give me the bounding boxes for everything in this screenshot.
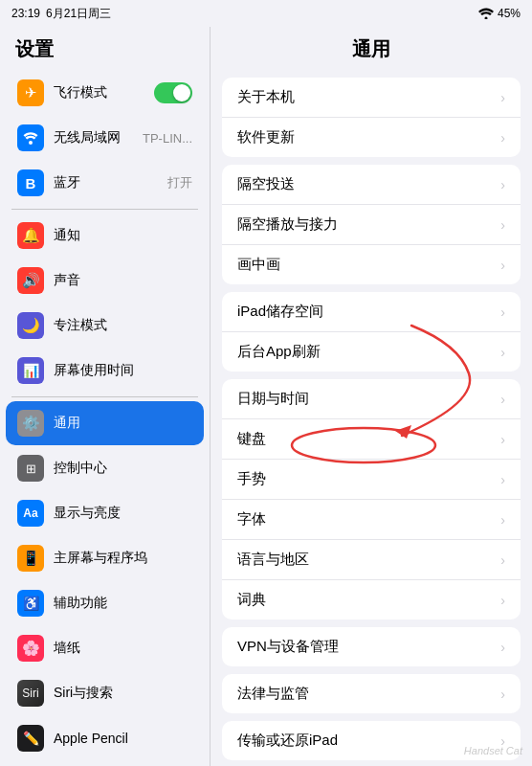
content-item-apprefresh[interactable]: 后台App刷新 ›: [222, 332, 521, 372]
siri-icon: Siri: [17, 680, 44, 707]
about-chevron: ›: [500, 90, 505, 105]
wifi-label: 无线局域网: [54, 129, 133, 146]
status-left: 23:19 6月21日周三: [11, 6, 111, 22]
content-group-about: 关于本机 › 软件更新 ›: [222, 78, 521, 157]
screentime-icon: 📊: [17, 357, 44, 384]
applepencil-icon: ✏️: [17, 725, 44, 752]
wifi-value: TP-LIN...: [143, 131, 192, 146]
sidebar-title: 设置: [0, 27, 210, 70]
sidebar-item-focus[interactable]: 🌙 专注模式: [6, 304, 204, 348]
status-date: 6月21日周三: [46, 6, 111, 22]
sidebar-item-controlcenter[interactable]: ⊞ 控制中心: [6, 446, 204, 490]
accessibility-icon: ♿: [17, 590, 44, 617]
content-item-keyboard[interactable]: 键盘 ›: [222, 419, 521, 460]
keyboard-chevron: ›: [500, 432, 505, 447]
sidebar-item-accessibility[interactable]: ♿ 辅助功能: [6, 581, 204, 625]
status-time: 23:19: [11, 7, 40, 20]
content-group-airdrop: 隔空投送 › 隔空播放与接力 › 画中画 ›: [222, 165, 521, 284]
battery-status: 45%: [498, 7, 521, 20]
pip-label: 画中画: [237, 256, 493, 274]
sidebar-item-bluetooth[interactable]: B 蓝牙 打开: [6, 161, 204, 205]
content-item-pip[interactable]: 画中画 ›: [222, 245, 521, 284]
pip-chevron: ›: [500, 258, 505, 273]
applepencil-label: Apple Pencil: [54, 731, 192, 746]
accessibility-label: 辅助功能: [54, 595, 192, 612]
content-item-legal[interactable]: 法律与监管 ›: [222, 674, 521, 713]
content-item-gestures[interactable]: 手势 ›: [222, 460, 521, 500]
notification-icon: 🔔: [17, 222, 44, 249]
watermark: Handset Cat: [464, 745, 522, 756]
storage-chevron: ›: [500, 304, 505, 320]
content-item-airdrop[interactable]: 隔空投送 ›: [222, 165, 521, 205]
sidebar-item-wallpaper[interactable]: 🌸 墙纸: [6, 626, 204, 670]
sidebar-group-connectivity: ✈ 飞行模式 无线局域网 TP-LIN... B 蓝牙 打开: [0, 71, 210, 205]
content-item-airplay[interactable]: 隔空播放与接力 ›: [222, 205, 521, 245]
sidebar-item-siri[interactable]: Siri Siri与搜索: [6, 671, 204, 715]
content-group-vpn: VPN与设备管理 ›: [222, 627, 521, 666]
apprefresh-chevron: ›: [500, 345, 505, 360]
display-label: 显示与亮度: [54, 505, 192, 522]
sidebar-item-display[interactable]: Aa 显示与亮度: [6, 491, 204, 535]
content-item-language[interactable]: 语言与地区 ›: [222, 540, 521, 580]
about-label: 关于本机: [237, 88, 493, 106]
focus-icon: 🌙: [17, 312, 44, 339]
content-title: 通用: [211, 27, 532, 70]
airplay-label: 隔空播放与接力: [237, 215, 493, 234]
general-label: 通用: [54, 415, 192, 432]
controlcenter-label: 控制中心: [54, 460, 192, 477]
gestures-chevron: ›: [500, 472, 505, 487]
airplay-chevron: ›: [500, 217, 505, 233]
content-item-dictionary[interactable]: 词典 ›: [222, 580, 521, 620]
sidebar: 设置 ✈ 飞行模式 无线局域网 TP-LIN... B 蓝牙 打开: [0, 27, 211, 766]
content-item-vpn[interactable]: VPN与设备管理 ›: [222, 627, 521, 666]
siri-label: Siri与搜索: [54, 685, 192, 702]
legal-chevron: ›: [500, 687, 505, 702]
sidebar-item-airplane[interactable]: ✈ 飞行模式: [6, 71, 204, 115]
controlcenter-icon: ⊞: [17, 455, 44, 482]
keyboard-label: 键盘: [237, 430, 493, 448]
content-item-about[interactable]: 关于本机 ›: [222, 78, 521, 118]
sidebar-item-screentime[interactable]: 📊 屏幕使用时间: [6, 349, 204, 393]
svg-point-0: [484, 17, 487, 20]
vpn-chevron: ›: [500, 640, 505, 655]
softwareupdate-label: 软件更新: [237, 128, 493, 146]
sidebar-item-applepencil[interactable]: ✏️ Apple Pencil: [6, 716, 204, 760]
main-layout: 设置 ✈ 飞行模式 无线局域网 TP-LIN... B 蓝牙 打开: [0, 27, 532, 766]
wallpaper-icon: 🌸: [17, 635, 44, 662]
wifi-sidebar-icon: [17, 124, 44, 151]
legal-label: 法律与监管: [237, 685, 493, 703]
status-right: 45%: [478, 7, 521, 20]
notification-label: 通知: [54, 227, 192, 244]
content-group-legal: 法律与监管 ›: [222, 674, 521, 713]
sound-label: 声音: [54, 272, 192, 289]
sidebar-item-wifi[interactable]: 无线局域网 TP-LIN...: [6, 116, 204, 160]
content-item-softwareupdate[interactable]: 软件更新 ›: [222, 118, 521, 157]
content-item-storage[interactable]: iPad储存空间 ›: [222, 292, 521, 332]
airdrop-chevron: ›: [500, 177, 505, 192]
sidebar-item-touchid[interactable]: 👆 触控ID与密码: [6, 761, 204, 766]
sidebar-item-homescreen[interactable]: 📱 主屏幕与程序坞: [6, 536, 204, 580]
sidebar-item-sound[interactable]: 🔊 声音: [6, 259, 204, 303]
homescreen-label: 主屏幕与程序坞: [54, 550, 192, 567]
screentime-label: 屏幕使用时间: [54, 362, 192, 379]
sidebar-group-settings: ⚙️ 通用 ⊞ 控制中心 Aa 显示与亮度 📱 主屏幕与程序坞 ♿ 辅助功能 🌸: [0, 401, 210, 766]
datetime-chevron: ›: [500, 392, 505, 407]
gestures-label: 手势: [237, 470, 493, 488]
fonts-chevron: ›: [500, 512, 505, 528]
status-bar: 23:19 6月21日周三 45%: [0, 0, 532, 27]
vpn-label: VPN与设备管理: [237, 638, 493, 656]
content-area: 通用 关于本机 › 软件更新 › 隔空投送 › 隔空播放与接力 › 画中画: [211, 27, 532, 766]
airplane-toggle[interactable]: [154, 82, 192, 103]
softwareupdate-chevron: ›: [500, 130, 505, 146]
sidebar-item-notification[interactable]: 🔔 通知: [6, 214, 204, 258]
content-group-datetime: 日期与时间 › 键盘 › 手势 › 字体 › 语言与地区 › 词典 ›: [222, 379, 521, 620]
airdrop-label: 隔空投送: [237, 175, 493, 193]
general-icon: ⚙️: [17, 410, 44, 437]
dictionary-label: 词典: [237, 591, 493, 609]
content-item-fonts[interactable]: 字体 ›: [222, 500, 521, 540]
datetime-label: 日期与时间: [237, 390, 493, 408]
divider-1: [11, 209, 198, 210]
content-item-datetime[interactable]: 日期与时间 ›: [222, 379, 521, 419]
sidebar-item-general[interactable]: ⚙️ 通用: [6, 401, 204, 445]
airplane-icon: ✈: [17, 79, 44, 106]
